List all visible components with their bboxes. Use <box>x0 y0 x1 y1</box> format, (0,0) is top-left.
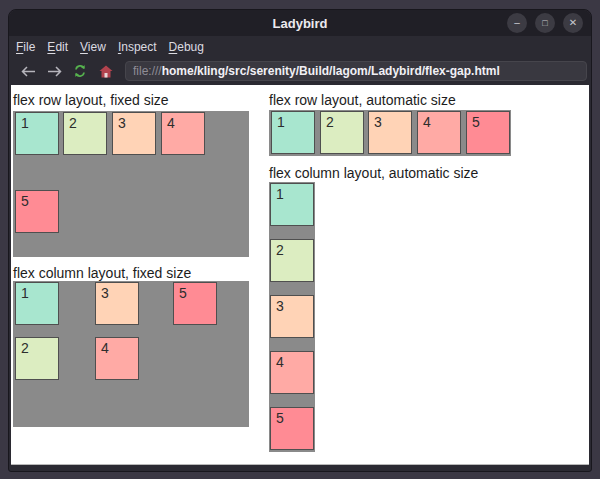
flex-item: 3 <box>270 295 314 338</box>
flex-item: 5 <box>270 407 314 450</box>
minimize-icon: – <box>514 18 520 28</box>
refresh-icon <box>73 64 87 78</box>
url-input[interactable]: file:///home/kling/src/serenity/Build/la… <box>125 61 587 81</box>
flex-item: 1 <box>270 183 314 226</box>
menu-view[interactable]: View <box>80 40 106 54</box>
section-title-column-auto: flex column layout, automatic size <box>269 166 478 180</box>
window-title: Ladybird <box>9 16 591 31</box>
flex-item: 2 <box>15 337 59 380</box>
titlebar[interactable]: Ladybird – □ ✕ <box>9 10 591 36</box>
flex-item: 4 <box>161 112 205 155</box>
navigation-toolbar: file:///home/kling/src/serenity/Build/la… <box>9 57 591 85</box>
flex-item: 2 <box>270 239 314 282</box>
flex-item: 4 <box>270 351 314 394</box>
menu-edit[interactable]: Edit <box>47 40 68 54</box>
home-button[interactable] <box>93 60 119 82</box>
flex-item: 3 <box>95 282 139 325</box>
flex-item: 5 <box>466 111 510 154</box>
flex-container-row-auto: 1 2 3 4 5 <box>269 110 511 156</box>
section-title-row-auto: flex row layout, automatic size <box>269 93 456 107</box>
refresh-button[interactable] <box>67 60 93 82</box>
flex-item: 2 <box>320 111 364 154</box>
flex-container-row-fixed: 1 2 3 4 5 <box>13 111 249 257</box>
section-title-column-fixed: flex column layout, fixed size <box>13 266 191 280</box>
forward-icon <box>47 66 62 77</box>
flex-container-column-fixed: 1 2 3 4 5 <box>13 281 249 427</box>
home-icon <box>99 65 113 78</box>
flex-item: 1 <box>15 112 59 155</box>
page-viewport: flex row layout, fixed size 1 2 3 4 5 fl… <box>11 85 589 465</box>
minimize-button[interactable]: – <box>507 13 527 33</box>
url-path: home/kling/src/serenity/Build/lagom/Lady… <box>162 64 500 78</box>
menu-debug[interactable]: Debug <box>169 40 204 54</box>
close-button[interactable]: ✕ <box>563 13 583 33</box>
maximize-icon: □ <box>542 19 547 28</box>
browser-window: Ladybird – □ ✕ File Edit View Inspect De… <box>8 9 592 472</box>
flex-container-column-auto: 1 2 3 4 5 <box>269 182 315 452</box>
menubar: File Edit View Inspect Debug <box>9 36 591 57</box>
section-title-row-fixed: flex row layout, fixed size <box>13 93 169 107</box>
flex-item: 4 <box>417 111 461 154</box>
forward-button[interactable] <box>41 60 67 82</box>
flex-item: 3 <box>112 112 156 155</box>
window-controls: – □ ✕ <box>507 13 583 33</box>
maximize-button[interactable]: □ <box>535 13 555 33</box>
flex-item: 1 <box>15 282 59 325</box>
flex-item: 5 <box>15 190 59 233</box>
url-scheme: file:/// <box>133 64 162 78</box>
close-icon: ✕ <box>569 18 577 28</box>
flex-item: 1 <box>271 111 315 154</box>
menu-inspect[interactable]: Inspect <box>118 40 157 54</box>
menu-file[interactable]: File <box>16 40 35 54</box>
flex-item: 2 <box>63 112 107 155</box>
flex-item: 4 <box>95 337 139 380</box>
flex-item: 5 <box>173 282 217 325</box>
back-button[interactable] <box>15 60 41 82</box>
flex-item: 3 <box>368 111 412 154</box>
back-icon <box>21 66 36 77</box>
